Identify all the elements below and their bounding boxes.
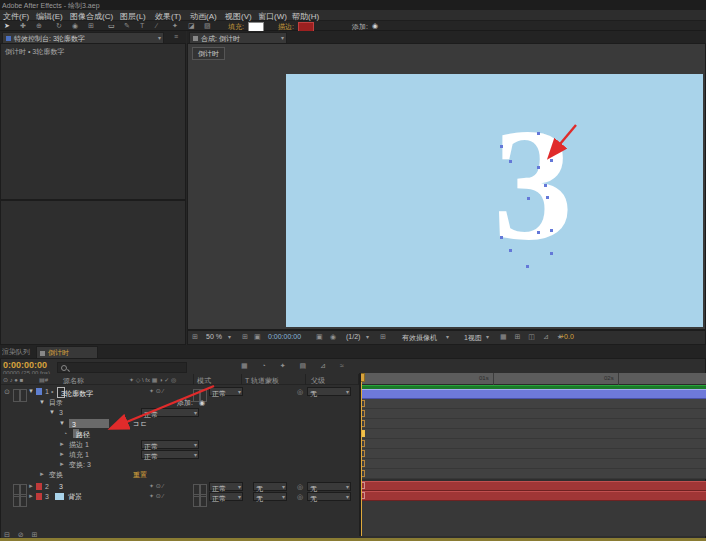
- timeline-panel: 0:00:00:00 00000 (25.00 fps) ▦ ◔ ✦ ▤ ⊿ ≈…: [0, 358, 706, 541]
- blend-mode-dropdown[interactable]: 正常▾: [209, 492, 243, 501]
- rotate-tool-icon[interactable]: ↻: [56, 22, 62, 30]
- path-vertex[interactable]: [500, 145, 503, 148]
- layer-bar-background[interactable]: [361, 491, 706, 501]
- path-vertex[interactable]: [527, 197, 530, 200]
- fast-previews-icon[interactable]: ⊞: [380, 333, 386, 341]
- label-color-swatch[interactable]: [36, 483, 42, 490]
- property-row-transform[interactable]: ► 变换 重置: [1, 469, 359, 480]
- cti-line[interactable]: [361, 382, 362, 536]
- mask-toggle-icon[interactable]: ▣: [254, 333, 261, 341]
- view-option-icons[interactable]: ▦ ⊞ ◫ ⊿ ★: [500, 333, 566, 341]
- label-color-swatch[interactable]: [36, 493, 42, 500]
- pickwhip-icon[interactable]: ◎: [297, 386, 303, 397]
- hand-tool-icon[interactable]: ✚: [20, 22, 26, 30]
- quality-toggle[interactable]: [193, 494, 200, 507]
- layer-switches-icons[interactable]: ✦ ⊙ ∕: [149, 491, 163, 502]
- layer-index: 3: [45, 491, 49, 502]
- column-track-matte[interactable]: T 轨道蒙板: [245, 376, 279, 386]
- track-matte-dropdown[interactable]: 无▾: [253, 482, 287, 491]
- region-of-interest-icon[interactable]: ⊞: [192, 333, 198, 341]
- collapse-toggle[interactable]: [200, 494, 207, 507]
- path-vertex[interactable]: [526, 265, 529, 268]
- safe-guides-icon[interactable]: ⊞: [242, 333, 248, 341]
- parent-dropdown[interactable]: 无▾: [307, 492, 351, 501]
- layer-switches-icons[interactable]: ✦ ⊙ ∕: [149, 386, 163, 397]
- property-name-highlight[interactable]: 路径: [73, 429, 79, 438]
- blend-mode-dropdown[interactable]: 正常▾: [141, 450, 199, 459]
- blend-mode-dropdown[interactable]: 正常▾: [141, 408, 199, 417]
- resolution-value[interactable]: (1/2): [346, 333, 360, 340]
- eraser-tool-icon[interactable]: ◪: [188, 22, 195, 30]
- path-vertex[interactable]: [537, 231, 540, 234]
- parent-dropdown[interactable]: 无▾: [307, 482, 351, 491]
- pickwhip-icon[interactable]: ◎: [297, 491, 303, 502]
- add-icon[interactable]: ◉: [372, 22, 378, 30]
- clone-tool-icon[interactable]: ✦: [172, 22, 178, 30]
- layer-bar-text[interactable]: [361, 481, 706, 491]
- search-input[interactable]: [57, 362, 187, 373]
- shape-number[interactable]: 3: [478, 104, 588, 264]
- twirl-closed-icon[interactable]: ►: [39, 469, 45, 480]
- twirl-open-icon[interactable]: ▼: [28, 386, 34, 397]
- reset-link[interactable]: 重置: [133, 469, 147, 480]
- path-vertex[interactable]: [550, 252, 553, 255]
- path-vertex[interactable]: [537, 132, 540, 135]
- channels-icon[interactable]: ◉: [330, 333, 336, 341]
- pan-behind-tool-icon[interactable]: ⊞: [88, 22, 94, 30]
- chevron-down-icon[interactable]: ▾: [366, 333, 369, 340]
- selection-tool-icon[interactable]: ➤: [4, 22, 10, 30]
- chevron-down-icon[interactable]: ▾: [228, 333, 231, 340]
- blend-mode-dropdown[interactable]: 正常▾: [209, 387, 243, 396]
- zoom-level[interactable]: 50 %: [206, 333, 222, 340]
- blend-mode-dropdown[interactable]: 正常▾: [141, 440, 199, 449]
- column-parent[interactable]: 父级: [311, 376, 325, 386]
- camera-tool-icon[interactable]: ◉: [72, 22, 78, 30]
- snapshot-icon[interactable]: ▣: [316, 333, 323, 341]
- column-source-name[interactable]: 源名称: [63, 376, 84, 386]
- twirl-open-icon[interactable]: ▼: [49, 407, 55, 418]
- eye-icon[interactable]: ⊙: [4, 386, 10, 397]
- tab-render-queue[interactable]: 渲染队列: [2, 347, 32, 357]
- path-vertex[interactable]: [550, 159, 553, 162]
- puppet-tool-icon[interactable]: ▨: [204, 22, 211, 30]
- layer-bar-shape[interactable]: [361, 389, 706, 399]
- path-vertex[interactable]: [509, 249, 512, 252]
- comp-nav-button[interactable]: 倒计时: [192, 47, 225, 60]
- lock-toggle[interactable]: [20, 494, 27, 507]
- path-vertex[interactable]: [544, 184, 547, 187]
- parent-dropdown[interactable]: 无▾: [307, 387, 351, 396]
- timeline-option-icons[interactable]: ▦ ◔ ✦ ▤ ⊿ ≈: [241, 362, 350, 370]
- label-color-swatch[interactable]: [36, 388, 42, 395]
- blend-mode-dropdown[interactable]: 正常▾: [209, 482, 243, 491]
- path-vertex[interactable]: [546, 196, 549, 199]
- brush-tool-icon[interactable]: ∕: [156, 22, 157, 29]
- exposure-value[interactable]: +0.0: [560, 333, 574, 340]
- viewer-timecode[interactable]: 0:00:00:00: [268, 333, 301, 340]
- property-row-path-selected[interactable]: ◔ 路径: [1, 428, 359, 439]
- group-row-3[interactable]: ▼ 3 正常▾: [1, 407, 359, 418]
- pen-tool-icon[interactable]: ✎: [124, 22, 130, 30]
- track-matte-dropdown[interactable]: 无▾: [253, 492, 287, 501]
- time-ruler[interactable]: 01s 02s: [361, 373, 706, 385]
- layer-name[interactable]: 背景: [68, 491, 82, 502]
- zoom-tool-icon[interactable]: ⊕: [36, 22, 42, 30]
- camera-view[interactable]: 有效摄像机: [402, 333, 437, 343]
- path-vertex[interactable]: [550, 229, 553, 232]
- audio-toggle[interactable]: [13, 494, 20, 507]
- layer-row-1[interactable]: ⊙ ▼ 1 • 3轮廓数字 ✦ ⊙ ∕ 正常▾ ◎ 无▾: [1, 386, 359, 397]
- chevron-down-icon[interactable]: ▾: [486, 333, 489, 340]
- timeline-timecode[interactable]: 0:00:00:00: [3, 360, 47, 370]
- shape-name-highlight[interactable]: 3: [69, 419, 109, 428]
- text-tool-icon[interactable]: T: [140, 22, 144, 29]
- stopwatch-icon[interactable]: ◔: [63, 428, 67, 439]
- shape-tool-icon[interactable]: ▭: [108, 22, 115, 30]
- view-layout[interactable]: 1视图: [464, 333, 482, 343]
- path-vertex[interactable]: [537, 166, 540, 169]
- layer-row-3[interactable]: ► 3 背景 ✦ ⊙ ∕ 正常▾ 无▾ ◎ 无▾: [1, 491, 359, 502]
- panel-menu-icon[interactable]: ≡: [174, 33, 178, 40]
- twirl-closed-icon[interactable]: ►: [28, 491, 34, 502]
- path-vertex[interactable]: [509, 160, 512, 163]
- column-mode[interactable]: 模式: [197, 376, 211, 386]
- chevron-down-icon[interactable]: ▾: [446, 333, 449, 340]
- path-vertex[interactable]: [500, 236, 503, 239]
